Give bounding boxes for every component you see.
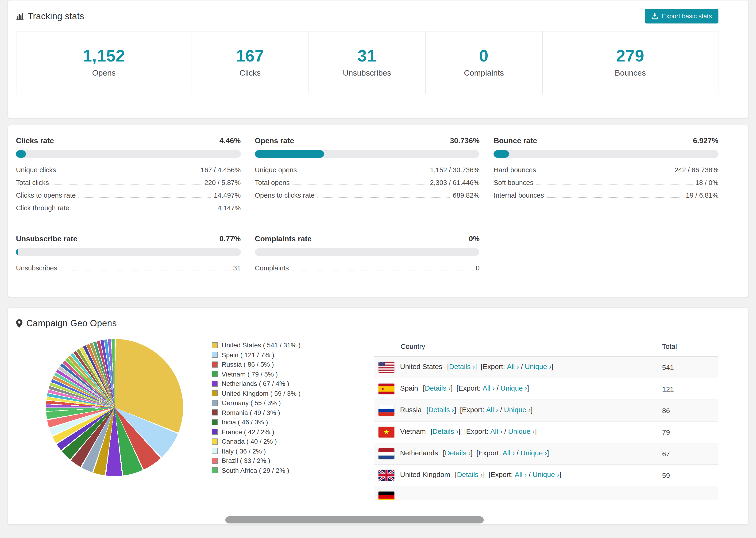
rate-detail-label: Internal bounces (494, 191, 544, 199)
legend-item[interactable]: Netherlands ( 67 / 4% ) (212, 379, 374, 389)
stat-value: 167 (196, 46, 303, 65)
country-name: Netherlands (400, 449, 438, 457)
legend-item[interactable]: Vietnam ( 79 / 5% ) (212, 369, 374, 379)
rate-detail-value: 2,303 / 61.446% (430, 179, 479, 186)
dotted-leader (547, 197, 683, 197)
rate-detail-label: Hard bounces (494, 166, 536, 174)
export-all-link[interactable]: All › (507, 363, 519, 371)
export-basic-stats-button[interactable]: Export basic stats (645, 9, 719, 24)
rate-detail-label: Clicks to opens rate (16, 191, 76, 199)
legend-item[interactable]: Canada ( 40 / 2% ) (212, 437, 374, 446)
legend-item[interactable]: Brazil ( 33 / 2% ) (212, 456, 374, 465)
legend-swatch (212, 439, 218, 445)
export-links-group: [Export:All ›/Unique ›] (476, 449, 549, 457)
rate-detail-row: Unique opens 1,152 / 30.736% (255, 163, 479, 176)
geo-table-row: Vietnam [Details ›] [Export:All ›/Unique… (374, 421, 719, 443)
slash-separator: / (500, 406, 502, 414)
legend-item[interactable]: Italy ( 36 / 2% ) (212, 446, 374, 456)
legend-item[interactable]: Germany ( 55 / 3% ) (212, 398, 374, 408)
bracket: ] (475, 363, 477, 371)
country-name: Spain (400, 384, 418, 392)
rate-section: Clicks rate 4.46% Unique clicks 167 / 4.… (16, 136, 241, 214)
rate-detail-label: Opens to clicks rate (255, 191, 315, 199)
rate-detail-row: Soft bounces 18 / 0% (494, 176, 719, 189)
country-total: 79 (657, 421, 719, 443)
export-all-link[interactable]: All › (514, 471, 527, 479)
slash-separator: / (521, 363, 523, 371)
export-unique-link[interactable]: Unique › (520, 449, 547, 457)
geo-table-area: Country Total United States [Details ›] … (374, 336, 719, 500)
export-all-link[interactable]: All › (483, 384, 495, 392)
legend-item[interactable]: South Africa ( 29 / 2% ) (212, 465, 374, 475)
export-unique-link[interactable]: Unique › (504, 406, 531, 414)
details-link[interactable]: Details › (428, 406, 454, 414)
rate-detail-rows: Hard bounces 242 / 86.738% Soft bounces … (494, 163, 719, 201)
details-link[interactable]: Details › (445, 449, 470, 457)
stat-box: 31 Unsubscribes (309, 31, 426, 94)
details-link[interactable]: Details › (432, 427, 458, 435)
horizontal-scrollbar-thumb[interactable] (225, 516, 484, 523)
total-column-header: Total (657, 336, 719, 356)
bracket: ] (531, 406, 532, 414)
details-link-group: [Details ›] (447, 363, 477, 371)
export-all-link[interactable]: All › (503, 449, 515, 457)
export-unique-link[interactable]: Unique › (525, 363, 551, 371)
stat-label: Unsubscribes (313, 69, 420, 78)
rate-detail-rows: Unsubscribes 31 (16, 261, 241, 274)
bracket: ] (458, 427, 460, 435)
rate-detail-rows: Unique opens 1,152 / 30.736% Total opens… (255, 163, 479, 201)
dotted-leader (293, 184, 427, 185)
dotted-leader (536, 184, 693, 185)
details-link[interactable]: Details › (457, 471, 483, 479)
legend-item[interactable]: Spain ( 121 / 7% ) (212, 350, 374, 360)
legend-item[interactable]: Romania ( 49 / 3% ) (212, 408, 374, 417)
export-unique-link[interactable]: Unique › (501, 384, 527, 392)
stats-summary-row: 1,152 Opens 167 Clicks 31 Unsubscribes 0… (16, 31, 719, 94)
rate-title: Complaints rate (255, 235, 311, 243)
country-total: 121 (657, 378, 719, 400)
legend-label: Italy ( 36 / 2% ) (222, 447, 266, 455)
country-name: United States (400, 363, 442, 371)
rate-detail-row: Internal bounces 19 / 6.81% (494, 189, 719, 201)
rate-title: Bounce rate (494, 136, 537, 145)
rate-progress-bar (16, 248, 241, 256)
details-link[interactable]: Details › (449, 363, 475, 371)
export-all-link[interactable]: All › (486, 406, 499, 414)
export-unique-link[interactable]: Unique › (532, 471, 559, 479)
legend-item[interactable]: India ( 46 / 3% ) (212, 417, 374, 427)
country-flag-icon (378, 405, 395, 416)
export-prefix: Export: (466, 427, 488, 435)
rate-value: 30.736% (450, 136, 479, 145)
export-all-link[interactable]: All › (490, 427, 503, 435)
pie-legend: United States ( 541 / 31% ) Spain ( 121 … (212, 336, 374, 500)
legend-item[interactable]: United Kingdom ( 59 / 3% ) (212, 389, 374, 398)
bracket: [ (489, 471, 490, 479)
legend-item[interactable]: United States ( 541 / 31% ) (212, 340, 374, 350)
legend-swatch (212, 381, 218, 387)
export-unique-link[interactable]: Unique › (508, 427, 535, 435)
legend-label: France ( 42 / 2% ) (222, 428, 274, 436)
legend-item[interactable]: France ( 42 / 2% ) (212, 427, 374, 437)
details-link-group: [Details ›] (443, 449, 473, 457)
legend-item[interactable]: Russia ( 86 / 5% ) (212, 360, 374, 369)
rate-detail-row: Total clicks 220 / 5.87% (16, 176, 241, 189)
rate-detail-value: 220 / 5.87% (204, 179, 241, 186)
legend-label: United Kingdom ( 59 / 3% ) (222, 390, 300, 397)
rate-detail-label: Unique clicks (16, 166, 56, 174)
country-name: United Kingdom (400, 471, 450, 479)
details-link[interactable]: Details › (425, 384, 451, 392)
rate-detail-value: 19 / 6.81% (686, 191, 719, 199)
rate-detail-rows: Unique clicks 167 / 4.456% Total clicks … (16, 163, 241, 214)
tracking-stats-header: Tracking stats (16, 11, 84, 21)
dotted-leader (72, 210, 215, 210)
country-column-header: Country (374, 336, 657, 356)
rate-detail-row: Hard bounces 242 / 86.738% (494, 163, 719, 176)
map-pin-icon (16, 319, 23, 328)
rate-detail-label: Unique opens (255, 166, 297, 174)
legend-swatch (212, 419, 218, 425)
geo-header: Campaign Geo Opens (16, 318, 117, 329)
country-total: 67 (657, 443, 719, 464)
stat-value: 31 (313, 46, 420, 65)
stat-box: 0 Complaints (426, 31, 543, 94)
tracking-stats-title: Tracking stats (28, 11, 84, 21)
